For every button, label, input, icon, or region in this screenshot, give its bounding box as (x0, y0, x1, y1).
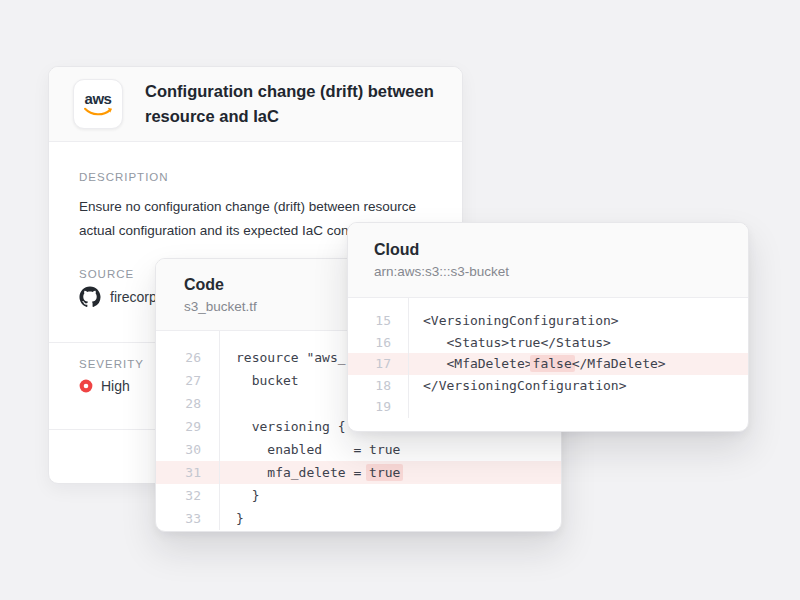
line-number: 16 (348, 335, 408, 350)
code-line-32: 32 } (156, 484, 561, 507)
line-text: bucket (219, 373, 299, 388)
line-text: <VersioningConfiguration> (408, 313, 619, 328)
cloud-card-arn: arn:aws:s3:::s3-bucket (374, 265, 748, 279)
line-text: <Status>true</Status> (408, 335, 611, 350)
finding-card-header: aws Configuration change (drift) between… (49, 67, 462, 142)
line-text: <MfaDelete>false</MfaDelete> (408, 356, 666, 371)
cloud-card: Cloud arn:aws:s3:::s3-bucket 15<Versioni… (347, 222, 749, 432)
description-label: DESCRIPTION (79, 171, 169, 183)
severity-value: High (101, 378, 130, 394)
line-number: 30 (156, 442, 219, 457)
source-link[interactable]: firecorp (79, 286, 157, 308)
aws-smile-icon (83, 106, 113, 117)
aws-logo-text: aws (85, 91, 112, 106)
line-text: enabled = true (219, 442, 400, 457)
severity-high-icon (79, 379, 93, 393)
line-text: } (219, 511, 244, 526)
line-text: } (219, 488, 259, 503)
line-number: 29 (156, 419, 219, 434)
line-number: 32 (156, 488, 219, 503)
line-text: mfa_delete = true (219, 465, 400, 480)
cloud-card-header: Cloud arn:aws:s3:::s3-bucket (348, 223, 748, 298)
cloud-config-viewer: 15<VersioningConfiguration>16 <Status>tr… (348, 298, 748, 418)
code-line-30: 30 enabled = true (156, 438, 561, 461)
description-line-1: Ensure no configuration change (drift) b… (79, 195, 416, 219)
code-line-33: 33} (156, 507, 561, 530)
drift-value-token: false (530, 355, 575, 372)
source-value: firecorp (110, 289, 157, 305)
aws-logo-icon: aws (73, 79, 123, 129)
line-text: </VersioningConfiguration> (408, 378, 627, 393)
line-text: resource "aws_ (219, 350, 346, 365)
line-number: 26 (156, 350, 219, 365)
github-icon (79, 286, 101, 308)
drift-value-token: true (366, 464, 403, 481)
gutter-divider (408, 298, 409, 418)
gutter-divider (219, 331, 220, 530)
code-line-31: 31 mfa_delete = true (156, 461, 561, 484)
line-number: 17 (348, 356, 408, 371)
line-text: versioning { (219, 419, 346, 434)
source-label: SOURCE (79, 268, 134, 280)
finding-title: Configuration change (drift) between res… (145, 79, 438, 129)
line-number: 19 (348, 399, 408, 414)
line-number: 18 (348, 378, 408, 393)
line-number: 27 (156, 373, 219, 388)
line-number: 31 (156, 465, 219, 480)
cloud-card-title: Cloud (374, 241, 748, 258)
line-number: 15 (348, 313, 408, 328)
severity-label: SEVERITY (79, 358, 144, 370)
severity-badge: High (79, 378, 130, 394)
line-number: 33 (156, 511, 219, 526)
line-number: 28 (156, 396, 219, 411)
